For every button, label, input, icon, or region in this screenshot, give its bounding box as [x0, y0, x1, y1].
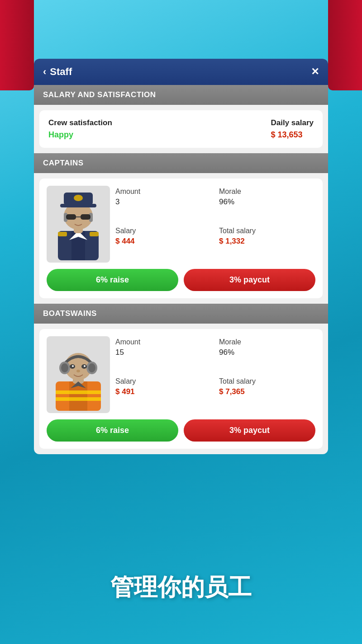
captain-total-salary-item: Total salary $ 1,332: [219, 227, 315, 263]
boatswain-morale-value: 96%: [219, 348, 315, 357]
captain-morale-value: 96%: [219, 197, 315, 207]
captain-morale-label: Morale: [219, 188, 315, 196]
boatswain-avatar-box: [47, 336, 110, 413]
boatswain-morale-item: Morale 96%: [219, 338, 315, 374]
svg-point-23: [61, 363, 68, 372]
captain-avatar-box: [47, 186, 110, 263]
boatswains-card: Amount 15 Morale 96% Salary $ 491 Total …: [39, 329, 323, 449]
boatswain-amount-item: Amount 15: [115, 338, 212, 374]
svg-rect-12: [81, 214, 90, 220]
svg-point-10: [74, 195, 83, 201]
daily-salary-value: $ 13,653: [271, 130, 314, 140]
svg-rect-19: [56, 397, 101, 401]
boatswain-total-salary-item: Total salary $ 7,365: [219, 377, 315, 413]
daily-salary-col: Daily salary $ 13,653: [271, 118, 314, 140]
crew-satisfaction-label: Crew satisfaction: [48, 118, 112, 127]
captain-total-salary-label: Total salary: [219, 227, 315, 235]
captain-amount-value: 3: [115, 197, 212, 207]
captain-raise-button[interactable]: 6% raise: [47, 269, 178, 291]
salary-section-header: SALARY AND SATISFACTION: [34, 85, 328, 105]
boatswain-morale-label: Morale: [219, 338, 315, 346]
daily-salary-label: Daily salary: [271, 118, 314, 127]
svg-rect-15: [90, 232, 99, 236]
boatswain-avatar-svg: [49, 338, 108, 411]
boatswains-section-header: BOATSWAINS: [34, 304, 328, 324]
captain-salary-label: Salary: [115, 227, 212, 235]
svg-point-29: [84, 365, 86, 367]
boatswain-salary-value: $ 491: [115, 387, 212, 396]
panel-header: ‹ Staff ✕: [34, 59, 328, 85]
svg-point-30: [76, 370, 80, 372]
boatswain-amount-label: Amount: [115, 338, 212, 346]
boatswain-amount-value: 15: [115, 348, 212, 357]
panel-title: Staff: [50, 66, 72, 78]
captain-paycut-button[interactable]: 3% paycut: [184, 269, 315, 291]
svg-rect-11: [66, 214, 76, 220]
svg-point-25: [88, 363, 95, 372]
captains-btn-row: 6% raise 3% paycut: [47, 269, 315, 291]
back-icon: ‹: [43, 66, 46, 78]
captain-salary-item: Salary $ 444: [115, 227, 212, 263]
boatswain-total-salary-label: Total salary: [219, 377, 315, 385]
boatswain-raise-button[interactable]: 6% raise: [47, 419, 178, 442]
ship-strip-right: [328, 0, 362, 90]
captains-card: Amount 3 Morale 96% Salary $ 444 Total s…: [39, 179, 323, 298]
boatswain-salary-item: Salary $ 491: [115, 377, 212, 413]
main-panel: ‹ Staff ✕ SALARY AND SATISFACTION Crew s…: [34, 59, 328, 454]
boatswains-stats: Amount 15 Morale 96% Salary $ 491 Total …: [115, 336, 315, 413]
svg-rect-18: [56, 390, 101, 394]
boatswain-salary-label: Salary: [115, 377, 212, 385]
svg-point-28: [72, 365, 74, 367]
captains-stats: Amount 3 Morale 96% Salary $ 444 Total s…: [115, 186, 315, 263]
chinese-footer-text: 管理你的员工: [0, 572, 362, 603]
captains-section-header: CAPTAINS: [34, 153, 328, 173]
ship-strip-left: [0, 0, 34, 90]
captains-card-inner: Amount 3 Morale 96% Salary $ 444 Total s…: [47, 186, 315, 263]
back-button[interactable]: ‹ Staff: [43, 66, 72, 78]
captain-morale-item: Morale 96%: [219, 188, 315, 223]
crew-satisfaction-value: Happy: [48, 130, 112, 140]
captain-avatar-svg: [49, 188, 108, 260]
salary-card: Crew satisfaction Happy Daily salary $ 1…: [39, 110, 323, 148]
boatswain-total-salary-value: $ 7,365: [219, 387, 315, 396]
captain-salary-value: $ 444: [115, 237, 212, 246]
captain-amount-item: Amount 3: [115, 188, 212, 223]
captain-amount-label: Amount: [115, 188, 212, 196]
close-button[interactable]: ✕: [311, 66, 319, 78]
boatswain-paycut-button[interactable]: 3% paycut: [184, 419, 315, 442]
boatswains-btn-row: 6% raise 3% paycut: [47, 419, 315, 442]
boatswains-card-inner: Amount 15 Morale 96% Salary $ 491 Total …: [47, 336, 315, 413]
crew-satisfaction-col: Crew satisfaction Happy: [48, 118, 112, 140]
svg-rect-14: [58, 232, 67, 236]
captain-total-salary-value: $ 1,332: [219, 237, 315, 246]
